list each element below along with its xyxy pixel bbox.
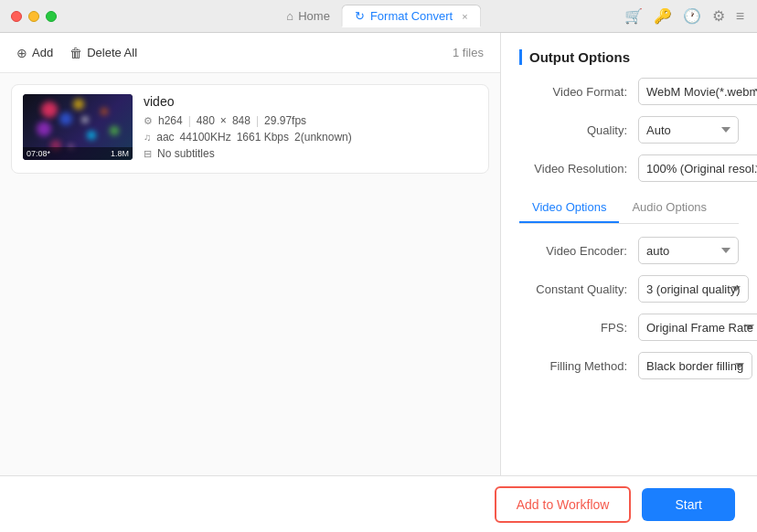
video-codec: h264 <box>158 114 183 127</box>
video-resolution-label: Video Resolution: <box>519 162 638 176</box>
quality-row: Quality: Auto <box>519 116 739 144</box>
bottom-bar: Add to Workflow Start <box>0 475 757 532</box>
options-tabs: Video Options Audio Options <box>519 193 739 224</box>
left-panel: ⊕ Add 🗑 Delete All 1 files <box>0 33 501 475</box>
toolbar: ⊕ Add 🗑 Delete All 1 files <box>0 33 500 73</box>
close-button[interactable] <box>11 11 22 22</box>
subtitle-row: ⊟ No subtitles <box>144 147 477 160</box>
video-details-row: ⚙ h264 | 480 × 848 | 29.97fps <box>144 114 477 127</box>
audio-codec: aac <box>156 131 174 144</box>
file-list: 07:08* 1.8M video ⚙ h264 | 480 × 848 | 2… <box>0 73 500 475</box>
quality-select[interactable]: Auto <box>638 116 739 144</box>
home-icon: ⌂ <box>286 9 293 23</box>
audio-channels: 2(unknown) <box>294 131 352 144</box>
clock-icon[interactable]: 🕐 <box>683 7 701 25</box>
format-convert-tab[interactable]: ↻ Format Convert × <box>341 5 482 27</box>
fps-select[interactable]: Original Frame Rate <box>638 314 757 341</box>
video-fps: 29.97fps <box>264 114 306 127</box>
output-options-title: Output Options <box>519 49 739 65</box>
quality-label: Quality: <box>519 123 638 137</box>
video-resolution-row: Video Resolution: 100% (Original resol..… <box>519 154 739 182</box>
file-count: 1 files <box>453 46 484 59</box>
file-info: video ⚙ h264 | 480 × 848 | 29.97fps ♫ aa… <box>144 94 477 164</box>
video-format-row: Video Format: WebM Movie(*.webm) <box>519 78 739 105</box>
thumb-meta: 07:08* 1.8M <box>23 147 133 160</box>
delete-label: Delete All <box>87 46 137 59</box>
window-controls: 🛒 🔑 🕐 ⚙ ≡ <box>624 7 744 25</box>
cart-icon[interactable]: 🛒 <box>624 7 643 25</box>
tab-video-options[interactable]: Video Options <box>519 193 619 223</box>
tab-close-icon[interactable]: × <box>462 11 467 22</box>
video-encoder-row: Video Encoder: auto <box>519 237 739 264</box>
refresh-icon: ↻ <box>355 9 365 23</box>
constant-quality-select[interactable]: 3 (original quality) <box>638 275 749 303</box>
constant-quality-label: Constant Quality: <box>519 282 638 296</box>
home-tab-label: Home <box>298 9 330 23</box>
music-icon: ♫ <box>144 132 151 143</box>
thumb-duration: 07:08* <box>27 149 50 158</box>
tab-audio-options[interactable]: Audio Options <box>619 193 720 223</box>
menu-icon[interactable]: ≡ <box>736 8 744 25</box>
gear-icon[interactable]: ⚙ <box>712 7 725 25</box>
thumb-size: 1.8M <box>111 149 129 158</box>
add-button[interactable]: ⊕ Add <box>16 46 53 60</box>
add-label: Add <box>32 46 53 59</box>
video-height: 848 <box>232 114 251 127</box>
tabs-bar: ⌂ Home ↻ Format Convert × <box>275 5 481 27</box>
add-to-workflow-button[interactable]: Add to Workflow <box>495 486 632 523</box>
traffic-lights <box>11 11 57 22</box>
video-resolution-select[interactable]: 100% (Original resol... <box>638 154 757 182</box>
title-bar: ⌂ Home ↻ Format Convert × 🛒 🔑 🕐 ⚙ ≡ <box>0 0 757 33</box>
audio-sample-rate: 44100KHz <box>180 131 231 144</box>
video-format-label: Video Format: <box>519 85 638 99</box>
delete-all-button[interactable]: 🗑 Delete All <box>69 46 137 60</box>
thumbnail: 07:08* 1.8M <box>23 94 133 160</box>
audio-bitrate: 1661 Kbps <box>237 131 289 144</box>
filling-method-row: Filling Method: Black border filling <box>519 352 739 379</box>
start-button[interactable]: Start <box>642 488 735 521</box>
file-name: video <box>144 94 477 109</box>
tab-label: Format Convert <box>370 9 453 23</box>
filling-method-label: Filling Method: <box>519 359 638 373</box>
trash-icon: 🗑 <box>69 46 82 60</box>
minimize-button[interactable] <box>28 11 39 22</box>
maximize-button[interactable] <box>46 11 57 22</box>
fps-label: FPS: <box>519 321 638 335</box>
main-content: ⊕ Add 🗑 Delete All 1 files <box>0 33 757 475</box>
filling-method-select[interactable]: Black border filling <box>638 352 752 379</box>
key-icon[interactable]: 🔑 <box>654 7 672 25</box>
add-icon: ⊕ <box>16 46 27 60</box>
home-tab[interactable]: ⌂ Home <box>275 5 341 27</box>
audio-details-row: ♫ aac 44100KHz 1661 Kbps 2(unknown) <box>144 131 477 144</box>
file-item: 07:08* 1.8M video ⚙ h264 | 480 × 848 | 2… <box>11 84 489 174</box>
subtitle-icon: ⊟ <box>144 148 152 160</box>
right-panel: Output Options Video Format: WebM Movie(… <box>501 33 757 475</box>
constant-quality-row: Constant Quality: 3 (original quality) <box>519 275 739 303</box>
fps-row: FPS: Original Frame Rate <box>519 314 739 341</box>
video-format-select[interactable]: WebM Movie(*.webm) <box>638 78 757 105</box>
video-width: 480 <box>197 114 215 127</box>
video-encoder-select[interactable]: auto <box>638 237 739 264</box>
gear-small-icon: ⚙ <box>144 115 153 127</box>
subtitles: No subtitles <box>157 147 215 160</box>
video-encoder-label: Video Encoder: <box>519 244 638 258</box>
